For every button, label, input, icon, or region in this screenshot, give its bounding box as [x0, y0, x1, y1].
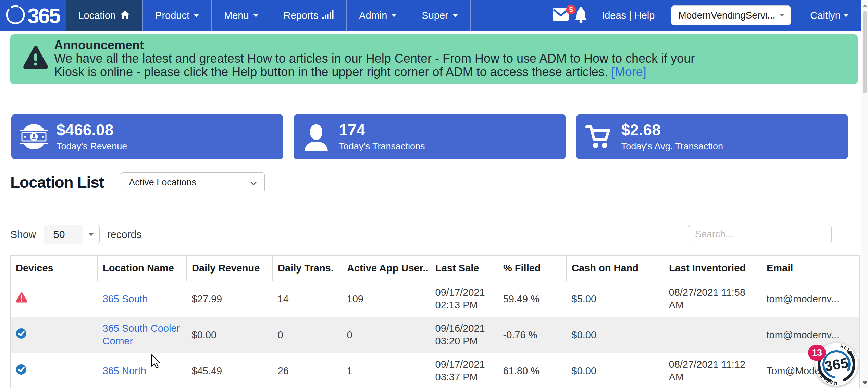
- logo-text: 365: [27, 3, 60, 28]
- page-title: Location List: [10, 173, 104, 192]
- last-inventoried-cell: 08/27/2021 11:12 AM: [664, 353, 761, 388]
- daily-revenue-cell: $45.49: [187, 353, 273, 388]
- todays-transactions-card[interactable]: 174 Today's Transactions: [294, 114, 566, 159]
- percent-filled-cell: 61.80 %: [498, 353, 567, 388]
- warning-triangle-icon: [23, 45, 49, 71]
- ideas-help-links[interactable]: Ideas | Help: [602, 10, 655, 21]
- chevron-down-icon: [250, 177, 257, 188]
- todays-avg-transaction-value: $2.68: [621, 122, 723, 138]
- location-link[interactable]: 365 North: [103, 365, 146, 376]
- todays-transactions-value: 174: [339, 122, 425, 138]
- alert-triangle-icon[interactable]: [16, 294, 27, 305]
- table-header-row: Devices Location Name Daily Revenue Dail…: [11, 256, 860, 281]
- caret-down-icon: [83, 225, 99, 244]
- location-filter-select[interactable]: Active Locations: [121, 172, 265, 192]
- last-inventoried-cell: 08/27/2021 11:58 AM: [664, 281, 761, 317]
- todays-revenue-card[interactable]: $466.08 Today's Revenue: [11, 114, 283, 159]
- top-navbar: 365 Location Product Menu Reports: [0, 0, 861, 31]
- cash-on-hand-cell: $0.00: [567, 317, 664, 353]
- money-bill-icon: [11, 123, 57, 151]
- daily-trans-cell: 26: [273, 353, 342, 388]
- caret-down-icon: [452, 14, 458, 17]
- stat-text: $466.08 Today's Revenue: [57, 122, 127, 151]
- check-circle-icon[interactable]: [16, 330, 27, 341]
- column-header-active-app-users[interactable]: Active App User..: [342, 256, 430, 281]
- nav-item-reports[interactable]: Reports: [271, 0, 347, 31]
- scrollbar-down-arrow[interactable]: [863, 381, 867, 385]
- org-selector[interactable]: ModernVendingServi...: [671, 5, 791, 25]
- todays-revenue-value: $466.08: [57, 122, 127, 138]
- announcement-banner: Announcement We have all the latest and …: [10, 34, 858, 84]
- nav-item-menu[interactable]: Menu: [211, 0, 271, 31]
- signal-bars-icon: [322, 10, 334, 22]
- announcement-line2: Kiosk is online - please click the Help …: [54, 65, 695, 78]
- nav-item-product[interactable]: Product: [142, 0, 211, 31]
- column-header-daily-trans[interactable]: Daily Trans.: [273, 256, 342, 281]
- stat-text: 174 Today's Transactions: [339, 122, 425, 151]
- app-root: 365 Location Product Menu Reports: [0, 0, 868, 388]
- column-header-cash-on-hand[interactable]: Cash on Hand: [567, 256, 664, 281]
- search-input[interactable]: [688, 225, 832, 243]
- column-header-last-inventoried[interactable]: Last Inventoried: [664, 256, 761, 281]
- scrollbar-up-arrow[interactable]: [863, 4, 867, 7]
- scrollbar-thumb[interactable]: [863, 11, 867, 93]
- column-header-last-sale[interactable]: Last Sale: [430, 256, 498, 281]
- last-sale-cell: 09/17/2021 02:13 PM: [430, 281, 498, 317]
- nav-reports-label: Reports: [284, 10, 319, 21]
- notifications-group: 5: [553, 0, 588, 31]
- percent-filled-cell: 59.49 %: [498, 281, 567, 317]
- records-label: records: [107, 229, 141, 240]
- main-nav: Location Product Menu Reports: [66, 0, 470, 31]
- user-name: Caitlyn: [810, 10, 841, 21]
- percent-filled-cell: -0.76 %: [498, 317, 567, 353]
- location-link[interactable]: 365 South: [103, 293, 148, 304]
- app-logo[interactable]: 365: [0, 0, 66, 31]
- nav-item-admin[interactable]: Admin: [346, 0, 409, 31]
- todays-avg-transaction-label: Today's Avg. Transaction: [621, 141, 723, 152]
- more-link[interactable]: [More]: [611, 65, 646, 79]
- daily-trans-cell: 0: [273, 317, 342, 353]
- location-link[interactable]: 365 South Cooler Corner: [103, 323, 180, 347]
- page-size-value: 50: [44, 225, 83, 244]
- announcement-line1: We have all the latest and greatest How …: [54, 52, 695, 65]
- column-header-percent-filled[interactable]: % Filled: [498, 256, 567, 281]
- daily-trans-cell: 14: [273, 281, 342, 317]
- user-menu[interactable]: Caitlyn: [810, 10, 849, 21]
- check-circle-icon[interactable]: [16, 366, 27, 377]
- todays-avg-transaction-card[interactable]: $2.68 Today's Avg. Transaction: [576, 114, 848, 159]
- app-users-cell: 109: [342, 281, 430, 317]
- nav-item-location[interactable]: Location: [66, 0, 142, 31]
- location-table: Devices Location Name Daily Revenue Dail…: [10, 255, 860, 388]
- stat-cards: $466.08 Today's Revenue 174 Today's Tran…: [11, 114, 848, 159]
- todays-transactions-label: Today's Transactions: [339, 141, 425, 152]
- chat-widget[interactable]: 13 365 RETAIL MARKETS: [815, 343, 858, 386]
- todays-revenue-label: Today's Revenue: [57, 141, 127, 152]
- nav-product-label: Product: [155, 10, 189, 21]
- last-sale-cell: 09/17/2021 03:37 PM: [430, 353, 498, 388]
- device-status-cell: [11, 317, 98, 353]
- table-row: 365 South $27.99 14 109 09/17/2021 02:13…: [11, 281, 860, 317]
- table-row: 365 North $45.49 26 1 09/17/2021 03:37 P…: [11, 353, 860, 388]
- column-header-devices[interactable]: Devices: [11, 256, 98, 281]
- announcement-text: Announcement We have all the latest and …: [54, 38, 695, 78]
- page-scrollbar[interactable]: [861, 0, 868, 388]
- nav-super-label: Super: [422, 10, 448, 21]
- app-users-cell: 1: [342, 353, 430, 388]
- announcement-title: Announcement: [54, 38, 695, 52]
- messages-count-badge: 5: [566, 5, 576, 14]
- location-filter-value: Active Locations: [129, 177, 196, 188]
- column-header-location-name[interactable]: Location Name: [98, 256, 187, 281]
- logo-ring-icon: [5, 4, 26, 27]
- email-cell: tom@modernv...: [761, 281, 860, 317]
- bell-icon[interactable]: [574, 6, 588, 24]
- nav-item-super[interactable]: Super: [409, 0, 470, 31]
- column-header-daily-revenue[interactable]: Daily Revenue: [187, 256, 273, 281]
- page-size-select[interactable]: 50: [44, 225, 100, 244]
- caret-down-icon: [780, 14, 784, 17]
- column-header-email[interactable]: Email: [761, 256, 860, 281]
- user-icon: [294, 122, 339, 151]
- nav-menu-label: Menu: [224, 10, 249, 21]
- caret-down-icon: [194, 14, 199, 17]
- table-row: 365 South Cooler Corner $0.00 0 0 09/16/…: [11, 317, 860, 353]
- cash-on-hand-cell: $0.00: [567, 353, 664, 388]
